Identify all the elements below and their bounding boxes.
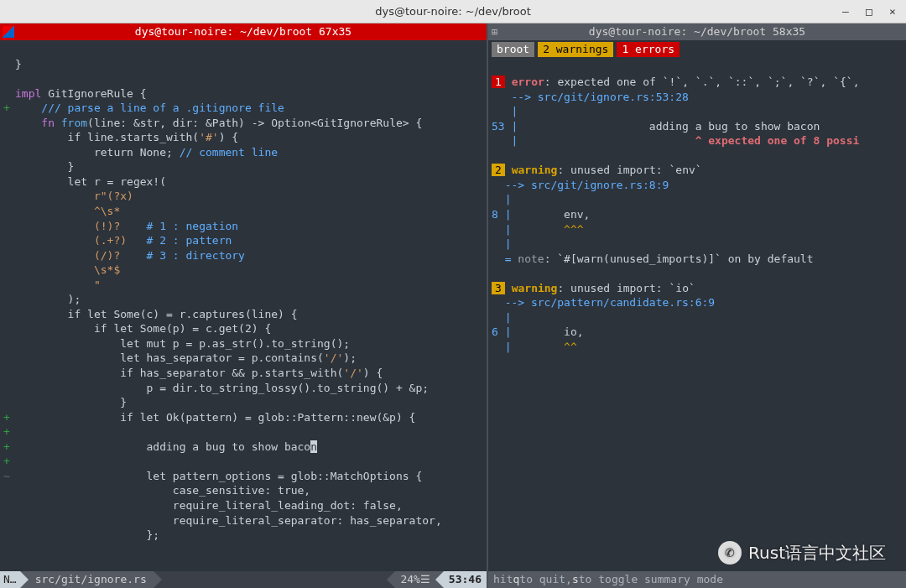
right-pane-title: ⊞ dys@tour-noire: ~/dev/broot 58x35 — [488, 23, 906, 40]
editor-body[interactable]: } impl GitIgnoreRule { + /// parse a lin… — [0, 40, 487, 571]
diag-2-num: 2 — [492, 164, 505, 176]
maximize-button[interactable]: □ — [861, 4, 877, 19]
status-filepath: src/git/ignore.rs — [29, 571, 154, 588]
pane-icon — [3, 26, 14, 38]
left-pane: dys@tour-noire: ~/dev/broot 67x35 } impl… — [0, 23, 488, 588]
error-badge: 1 errors — [617, 42, 680, 57]
diagnostic-summary: broot 2 warnings 1 errors — [488, 40, 906, 60]
status-position: 53:46 — [444, 571, 487, 588]
window-titlebar: dys@tour-noire: ~/dev/broot — □ × — [0, 0, 906, 23]
diagnostics-body[interactable]: 1 error: expected one of `!`, `.`, `::`,… — [488, 60, 906, 355]
left-pane-title-text: dys@tour-noire: ~/dev/broot 67x35 — [135, 24, 351, 39]
minimize-button[interactable]: — — [837, 4, 854, 19]
close-button[interactable]: × — [884, 4, 901, 19]
window-title: dys@tour-noire: ~/dev/broot — [375, 4, 531, 19]
diag-1-num: 1 — [492, 75, 505, 88]
diag-3-num: 3 — [492, 282, 505, 294]
warning-badge: 2 warnings — [538, 42, 613, 57]
status-mode: N… — [0, 571, 20, 588]
hint-bar: hit q to quit, s to toggle summary mode — [488, 571, 906, 588]
status-percent: 24% ☰ — [395, 571, 435, 588]
left-pane-title: dys@tour-noire: ~/dev/broot 67x35 — [0, 23, 487, 40]
cursor: n — [310, 440, 317, 453]
editor-statusbar: N… src/git/ignore.rs 24% ☰ 53:46 — [0, 571, 487, 588]
right-pane-title-text: dys@tour-noire: ~/dev/broot 58x35 — [589, 24, 805, 39]
split-icon: ⊞ — [492, 25, 497, 39]
project-badge: broot — [492, 42, 534, 57]
right-pane: ⊞ dys@tour-noire: ~/dev/broot 58x35 broo… — [488, 23, 906, 588]
